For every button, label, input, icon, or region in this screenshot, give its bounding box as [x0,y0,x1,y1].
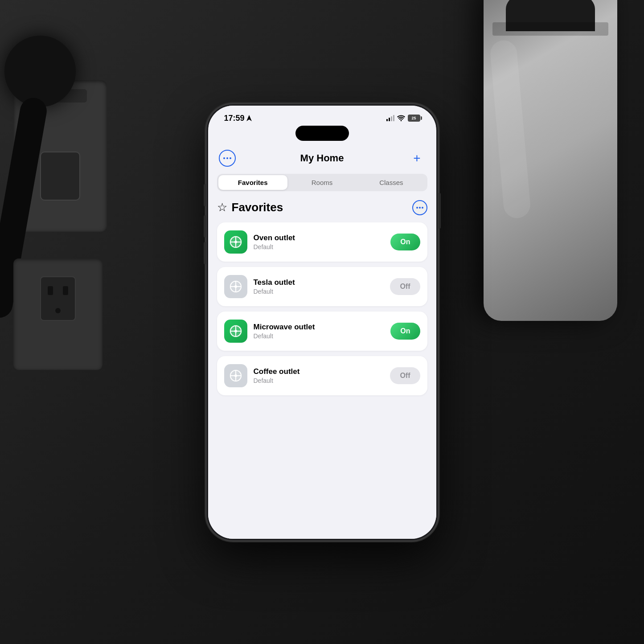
bg-outlet-slot [40,152,80,201]
bg-hole-3 [55,308,61,313]
coffee-outlet-icon [224,364,247,387]
outlet-icon-coffee [229,369,243,383]
app-content: ☆ Favorites [208,200,436,539]
microwave-outlet-icon [224,320,247,343]
device-card-tesla-outlet: Tesla outlet Default Off [217,267,427,306]
device-card-oven-outlet: Oven outlet Default On [217,222,427,262]
star-icon: ☆ [217,201,227,214]
microwave-outlet-info: Microwave outlet Default [254,323,385,340]
bg-hole-2 [63,286,68,295]
svg-point-25 [234,374,237,377]
phone-screen: 17:59 [208,106,436,539]
bg-plug [4,36,76,107]
section-title: Favorites [232,201,283,214]
oven-outlet-name: Oven outlet [254,234,385,242]
svg-point-2 [230,157,231,159]
phone-body: 17:59 [206,104,438,541]
bg-outlet-2 [13,258,103,370]
oven-outlet-icon [224,230,247,254]
svg-point-1 [226,157,228,159]
coffee-outlet-info: Coffee outlet Default [254,367,384,384]
bg-kettle-reflection [489,39,532,219]
device-card-microwave-outlet: Microwave outlet Default On [217,312,427,351]
outlet-icon-active [229,235,243,249]
outlet-icon-microwave [229,324,243,338]
bg-slot-2 [40,276,76,321]
status-bar: 17:59 [208,106,436,126]
bg-kettle [484,0,617,321]
location-icon [246,115,252,121]
outlet-icon-inactive [229,279,243,294]
svg-point-5 [422,207,423,209]
status-time: 17:59 [224,114,252,123]
section-more-button[interactable] [412,200,427,215]
add-button[interactable]: + [408,150,425,167]
tesla-outlet-icon [224,275,247,298]
battery-icon: 25 [408,115,420,122]
time-display: 17:59 [224,114,245,123]
app-header: My Home + [208,144,436,174]
microwave-outlet-toggle[interactable]: On [390,323,420,340]
microwave-outlet-name: Microwave outlet [254,323,385,332]
tab-favorites[interactable]: Favorites [218,175,287,190]
wifi-icon [397,115,405,121]
section-ellipsis-icon [416,207,423,209]
coffee-outlet-subtitle: Default [254,377,384,384]
svg-point-0 [223,157,225,159]
oven-outlet-info: Oven outlet Default [254,234,385,250]
coffee-outlet-toggle[interactable]: Off [390,367,420,384]
svg-point-20 [234,330,237,332]
tab-rooms[interactable]: Rooms [287,175,357,190]
tab-classes[interactable]: Classes [357,175,426,190]
header-title: My Home [300,152,344,164]
oven-outlet-toggle[interactable]: On [390,234,420,250]
phone-wrapper: 17:59 [206,104,438,541]
signal-bars [386,115,394,121]
dynamic-island [295,126,349,141]
coffee-outlet-name: Coffee outlet [254,367,384,376]
add-label: + [413,151,420,165]
ellipsis-icon [223,154,231,162]
menu-button[interactable] [219,150,236,167]
svg-point-10 [234,241,237,243]
svg-point-3 [416,207,418,209]
svg-point-15 [234,285,237,288]
device-card-coffee-outlet: Coffee outlet Default Off [217,356,427,395]
tesla-outlet-subtitle: Default [254,288,384,295]
oven-outlet-subtitle: Default [254,243,385,250]
bg-kettle-band [492,22,608,36]
tabs-container: Favorites Rooms Classes [217,174,427,191]
status-icons: 25 [386,115,420,122]
section-header: ☆ Favorites [217,200,427,215]
microwave-outlet-subtitle: Default [254,332,385,340]
battery-level: 25 [411,116,416,120]
tesla-outlet-toggle[interactable]: Off [390,278,420,295]
section-title-group: ☆ Favorites [217,201,283,214]
tesla-outlet-name: Tesla outlet [254,278,384,287]
tesla-outlet-info: Tesla outlet Default [254,278,384,295]
svg-point-4 [419,207,421,209]
bg-hole-1 [48,286,53,295]
